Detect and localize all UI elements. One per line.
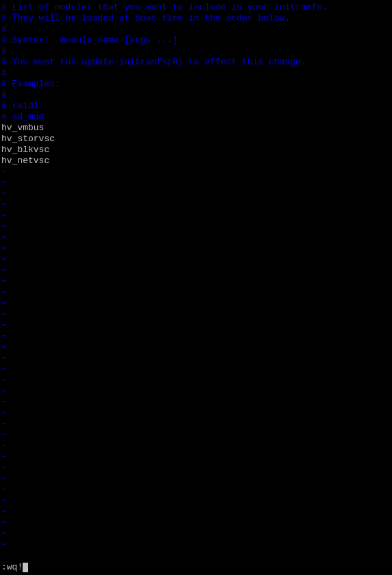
empty-line: ~ <box>1 320 391 331</box>
empty-line: ~ <box>1 474 391 485</box>
empty-line: ~ <box>1 254 391 265</box>
comment-line: # <box>1 46 391 57</box>
empty-line: ~ <box>1 265 391 276</box>
cursor <box>23 563 28 572</box>
empty-line: ~ <box>1 167 391 178</box>
module-line: hv_vmbus <box>1 123 391 134</box>
empty-line: ~ <box>1 463 391 474</box>
empty-line: ~ <box>1 386 391 397</box>
empty-line: ~ <box>1 452 391 463</box>
comment-line: # sd_mod <box>1 112 391 123</box>
empty-line: ~ <box>1 419 391 430</box>
empty-line: ~ <box>1 375 391 386</box>
empty-line: ~ <box>1 309 391 320</box>
comment-line: # Examples: <box>1 79 391 90</box>
terminal-editor[interactable]: # List of modules that you want to inclu… <box>0 0 392 575</box>
empty-line: ~ <box>1 243 391 254</box>
empty-line: ~ <box>1 441 391 452</box>
empty-line: ~ <box>1 485 391 496</box>
empty-line: ~ <box>1 539 391 550</box>
comment-line: # You must run update-initramfs(8) to ef… <box>1 57 391 68</box>
empty-line: ~ <box>1 430 391 441</box>
empty-line: ~ <box>1 287 391 298</box>
comment-line: # <box>1 68 391 79</box>
comment-line: # Syntax: module_name [args ...] <box>1 35 391 46</box>
comment-line: # raid1 <box>1 101 391 112</box>
command-text: :wq! <box>1 562 23 572</box>
empty-line: ~ <box>1 276 391 287</box>
empty-line: ~ <box>1 397 391 408</box>
empty-line: ~ <box>1 528 391 539</box>
empty-line: ~ <box>1 353 391 364</box>
comment-line: # They will be loaded at boot time in th… <box>1 13 391 24</box>
empty-line: ~ <box>1 517 391 528</box>
comment-line: # List of modules that you want to inclu… <box>1 2 391 13</box>
module-line: hv_netvsc <box>1 156 391 167</box>
empty-line: ~ <box>1 496 391 506</box>
vim-command-line[interactable]: :wq! <box>1 562 28 573</box>
empty-line: ~ <box>1 221 391 232</box>
empty-line: ~ <box>1 408 391 419</box>
module-line: hv_storvsc <box>1 134 391 145</box>
comment-line: # <box>1 90 391 101</box>
empty-line: ~ <box>1 210 391 221</box>
empty-line: ~ <box>1 188 391 199</box>
empty-line: ~ <box>1 506 391 517</box>
empty-line: ~ <box>1 342 391 353</box>
empty-line: ~ <box>1 364 391 375</box>
comment-line: # <box>1 24 391 35</box>
empty-line: ~ <box>1 199 391 210</box>
empty-line: ~ <box>1 331 391 342</box>
empty-line: ~ <box>1 232 391 243</box>
empty-line: ~ <box>1 298 391 309</box>
empty-line: ~ <box>1 178 391 188</box>
module-line: hv_blkvsc <box>1 145 391 156</box>
